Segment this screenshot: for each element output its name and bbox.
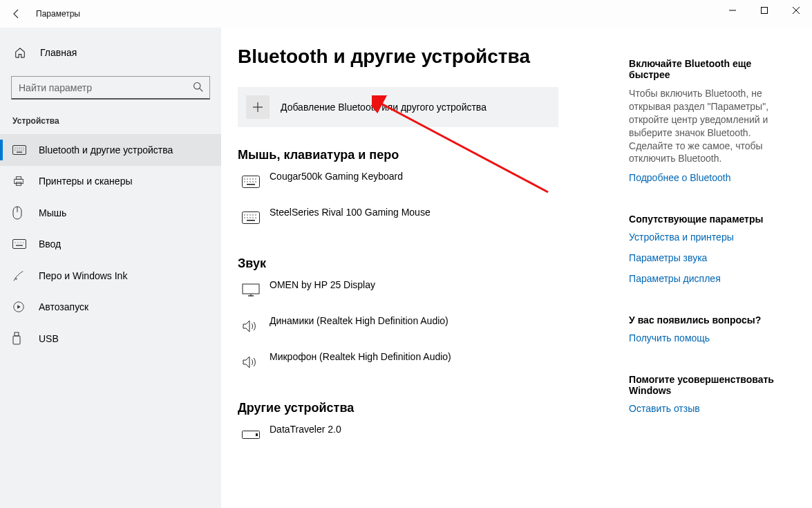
sidebar-home-label: Главная	[40, 47, 77, 58]
back-button[interactable]	[7, 4, 26, 23]
svg-point-54	[247, 217, 247, 218]
sidebar-item-usb[interactable]: USB	[0, 323, 221, 355]
keyboard-icon	[238, 211, 270, 224]
sidebar-item-autoplay[interactable]: Автозапуск	[0, 292, 221, 323]
svg-point-13	[17, 149, 17, 150]
svg-point-45	[255, 181, 256, 182]
speaker-icon	[238, 319, 270, 333]
svg-rect-28	[16, 245, 23, 246]
svg-point-52	[255, 214, 256, 215]
sidebar-item-mouse[interactable]: Мышь	[0, 197, 221, 229]
sidebar-section-header: Устройства	[0, 109, 221, 134]
pen-icon	[12, 270, 26, 282]
svg-point-7	[15, 147, 15, 148]
svg-rect-1	[762, 8, 768, 14]
page-title: Bluetooth и другие устройства	[238, 46, 616, 68]
svg-point-4	[194, 83, 200, 89]
svg-point-55	[249, 217, 250, 218]
sidebar-item-label: USB	[39, 333, 59, 344]
sidebar-item-label: Принтеры и сканеры	[39, 176, 132, 187]
device-label: OMEN by HP 25 Display	[270, 272, 375, 290]
printer-icon	[12, 175, 26, 187]
window-title: Параметры	[36, 9, 80, 19]
svg-rect-19	[16, 177, 21, 180]
svg-point-14	[19, 149, 19, 150]
svg-point-50	[249, 214, 250, 215]
search-icon	[192, 81, 205, 95]
svg-point-15	[21, 149, 21, 150]
svg-point-51	[252, 214, 253, 215]
section-input-header: Мышь, клавиатура и перо	[238, 148, 616, 162]
monitor-icon	[238, 283, 270, 297]
sidebar-item-label: Перо и Windows Ink	[39, 270, 127, 281]
autoplay-icon	[12, 301, 26, 313]
svg-point-24	[15, 243, 15, 243]
sidebar-item-label: Ввод	[39, 238, 61, 250]
right-related-header: Сопутствующие параметры	[629, 214, 791, 225]
svg-point-10	[21, 147, 21, 148]
storage-icon	[238, 431, 270, 439]
sidebar-item-printers[interactable]: Принтеры и сканеры	[0, 166, 221, 198]
device-row[interactable]: OMEN by HP 25 Display	[238, 272, 616, 308]
close-button[interactable]	[780, 0, 812, 21]
sidebar: Главная Устройства Bluetooth и другие ус…	[0, 28, 221, 508]
add-device-label: Добавление Bluetooth или другого устройс…	[281, 102, 487, 113]
home-icon	[14, 46, 28, 59]
svg-point-41	[244, 181, 245, 182]
maximize-button[interactable]	[748, 0, 780, 21]
link-get-help[interactable]: Получить помощь	[629, 332, 791, 344]
add-device-button[interactable]: Добавление Bluetooth или другого устройс…	[238, 87, 558, 127]
device-label: Динамики (Realtek High Definition Audio)	[270, 308, 449, 326]
link-sound-settings[interactable]: Параметры звука	[629, 252, 791, 263]
svg-rect-59	[243, 284, 259, 294]
sidebar-home[interactable]: Главная	[0, 39, 221, 66]
svg-rect-63	[256, 433, 258, 436]
sidebar-item-label: Мышь	[39, 207, 66, 218]
svg-point-39	[252, 178, 253, 179]
device-label: Микрофон (Realtek High Definition Audio)	[270, 344, 451, 362]
search-input[interactable]	[11, 76, 210, 100]
svg-point-43	[249, 181, 250, 182]
link-devices-printers[interactable]: Устройства и принтеры	[629, 232, 791, 243]
svg-rect-58	[247, 220, 255, 221]
sidebar-item-typing[interactable]: Ввод	[0, 229, 221, 261]
device-row[interactable]: Cougar500k Gaming Keyboard	[238, 164, 616, 200]
device-row[interactable]: SteelSeries Rival 100 Gaming Mouse	[238, 200, 616, 236]
sidebar-item-bluetooth[interactable]: Bluetooth и другие устройства	[0, 134, 221, 166]
svg-point-26	[20, 243, 21, 243]
sidebar-item-label: Bluetooth и другие устройства	[39, 144, 173, 156]
svg-point-37	[247, 178, 247, 179]
device-row[interactable]: Микрофон (Realtek High Definition Audio)	[238, 344, 616, 380]
svg-point-53	[244, 217, 245, 218]
svg-point-44	[252, 181, 253, 182]
svg-point-38	[249, 178, 250, 179]
minimize-button[interactable]	[717, 0, 748, 21]
svg-point-16	[23, 149, 23, 150]
right-improve-header: Помогите усовершенствовать Windows	[629, 374, 791, 396]
svg-point-56	[252, 217, 253, 218]
device-row[interactable]: DataTraveler 2.0	[238, 417, 616, 453]
sidebar-search[interactable]	[11, 76, 210, 100]
svg-rect-31	[15, 332, 19, 336]
link-bluetooth-more[interactable]: Подробнее о Bluetooth	[629, 172, 791, 183]
svg-point-9	[19, 147, 19, 148]
link-display-settings[interactable]: Параметры дисплея	[629, 273, 791, 284]
svg-point-11	[23, 147, 23, 148]
svg-rect-23	[13, 240, 26, 249]
device-row[interactable]: Динамики (Realtek High Definition Audio)	[238, 308, 616, 344]
svg-point-27	[23, 243, 23, 243]
link-feedback[interactable]: Оставить отзыв	[629, 403, 791, 414]
sidebar-item-pen[interactable]: Перо и Windows Ink	[0, 260, 221, 292]
device-label: Cougar500k Gaming Keyboard	[270, 164, 403, 182]
keyboard-icon	[238, 176, 270, 188]
right-fast-header: Включайте Bluetooth еще быстрее	[629, 58, 791, 80]
svg-line-5	[200, 88, 203, 92]
right-questions-header: У вас появились вопросы?	[629, 314, 791, 326]
svg-point-40	[255, 178, 256, 179]
svg-point-36	[244, 178, 245, 179]
section-other-header: Другие устройства	[238, 401, 616, 415]
svg-point-42	[247, 181, 247, 182]
svg-point-12	[15, 149, 15, 150]
svg-point-8	[17, 147, 17, 148]
svg-point-29	[16, 278, 17, 279]
